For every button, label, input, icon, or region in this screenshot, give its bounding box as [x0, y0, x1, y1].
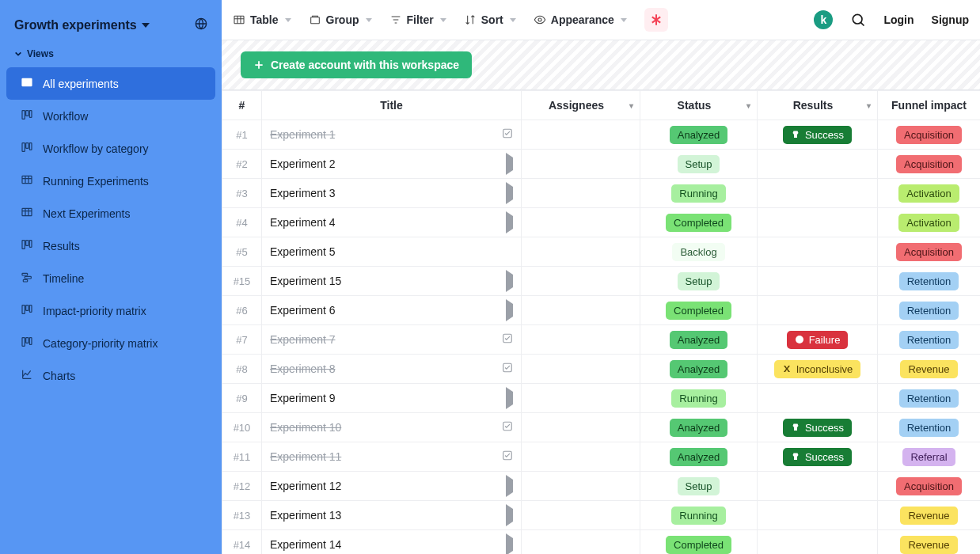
- row-assignees[interactable]: [522, 267, 640, 296]
- row-results-cell[interactable]: [758, 208, 878, 237]
- row-results-cell[interactable]: [758, 472, 878, 501]
- row-title-cell[interactable]: Experiment 1: [262, 120, 522, 150]
- table-view-button[interactable]: Table: [233, 13, 291, 26]
- row-assignees[interactable]: [522, 384, 640, 413]
- row-funnel-cell[interactable]: Referral: [878, 442, 981, 472]
- table-row[interactable]: #9Experiment 9RunningRetention: [222, 384, 981, 413]
- row-status-cell[interactable]: Setup: [640, 267, 758, 296]
- table-container[interactable]: # Title Assignees▾ Status▾ Results▾ Funn…: [222, 90, 980, 554]
- alert-button[interactable]: [644, 8, 668, 32]
- workspace-switcher[interactable]: Growth experiments: [14, 18, 150, 32]
- row-status-cell[interactable]: Setup: [640, 150, 758, 179]
- row-assignees[interactable]: [522, 325, 640, 355]
- play-icon[interactable]: [506, 216, 513, 229]
- row-title-cell[interactable]: Experiment 7: [262, 325, 522, 355]
- row-assignees[interactable]: [522, 296, 640, 325]
- row-assignees[interactable]: [522, 501, 640, 530]
- row-title-cell[interactable]: Experiment 3: [262, 179, 522, 208]
- row-funnel-cell[interactable]: Revenue: [878, 530, 981, 555]
- sort-button[interactable]: Sort: [464, 13, 516, 26]
- table-row[interactable]: #8Experiment 8AnalyzedInconclusiveRevenu…: [222, 355, 981, 384]
- row-funnel-cell[interactable]: Activation: [878, 208, 981, 237]
- row-results-cell[interactable]: [758, 150, 878, 179]
- row-funnel-cell[interactable]: Retention: [878, 296, 981, 325]
- row-assignees[interactable]: [522, 530, 640, 555]
- table-row[interactable]: #5Experiment 5BacklogAcquisition: [222, 237, 981, 267]
- row-funnel-cell[interactable]: Revenue: [878, 501, 981, 530]
- sidebar-item-results[interactable]: Results: [6, 230, 215, 262]
- sidebar-item-impact-priority-matrix[interactable]: Impact-priority matrix: [6, 294, 215, 327]
- row-status-cell[interactable]: Completed: [640, 208, 758, 237]
- row-assignees[interactable]: [522, 120, 640, 150]
- table-row[interactable]: #10Experiment 10AnalyzedSuccessRetention: [222, 413, 981, 442]
- row-title-cell[interactable]: Experiment 10: [262, 413, 522, 442]
- row-title-cell[interactable]: Experiment 13: [262, 501, 522, 530]
- row-assignees[interactable]: [522, 442, 640, 472]
- play-icon[interactable]: [506, 187, 513, 199]
- row-status-cell[interactable]: Analyzed: [640, 355, 758, 384]
- row-funnel-cell[interactable]: Retention: [878, 384, 981, 413]
- checkbox-icon[interactable]: [502, 362, 513, 376]
- row-title-cell[interactable]: Experiment 4: [262, 208, 522, 237]
- play-icon[interactable]: [506, 275, 513, 287]
- row-status-cell[interactable]: Completed: [640, 296, 758, 325]
- row-assignees[interactable]: [522, 355, 640, 384]
- row-status-cell[interactable]: Running: [640, 384, 758, 413]
- row-status-cell[interactable]: Analyzed: [640, 413, 758, 442]
- row-funnel-cell[interactable]: Revenue: [878, 355, 981, 384]
- row-results-cell[interactable]: Success: [758, 120, 878, 150]
- table-row[interactable]: #2Experiment 2SetupAcquisition: [222, 150, 981, 179]
- col-header-results[interactable]: Results▾: [758, 91, 878, 120]
- table-row[interactable]: #12Experiment 12SetupAcquisition: [222, 472, 981, 501]
- row-results-cell[interactable]: [758, 384, 878, 413]
- checkbox-icon[interactable]: [502, 333, 513, 347]
- col-header-funnel[interactable]: Funnel impact: [878, 91, 981, 120]
- row-results-cell[interactable]: Inconclusive: [758, 355, 878, 384]
- sidebar-item-running-experiments[interactable]: Running Experiments: [6, 165, 215, 197]
- row-results-cell[interactable]: [758, 501, 878, 530]
- row-funnel-cell[interactable]: Retention: [878, 267, 981, 296]
- sidebar-item-timeline[interactable]: Timeline: [6, 262, 215, 294]
- row-results-cell[interactable]: Success: [758, 413, 878, 442]
- table-row[interactable]: #7Experiment 7AnalyzedFailureRetention: [222, 325, 981, 355]
- play-icon[interactable]: [506, 304, 513, 317]
- globe-icon[interactable]: [195, 17, 207, 32]
- row-status-cell[interactable]: Analyzed: [640, 442, 758, 472]
- login-link[interactable]: Login: [883, 13, 914, 26]
- search-button[interactable]: [850, 12, 866, 28]
- table-row[interactable]: #4Experiment 4CompletedActivation: [222, 208, 981, 237]
- row-status-cell[interactable]: Running: [640, 179, 758, 208]
- play-icon[interactable]: [506, 392, 513, 404]
- row-funnel-cell[interactable]: Activation: [878, 179, 981, 208]
- row-status-cell[interactable]: Running: [640, 501, 758, 530]
- play-icon[interactable]: [506, 157, 513, 170]
- row-results-cell[interactable]: [758, 296, 878, 325]
- sidebar-item-workflow[interactable]: Workflow: [6, 100, 215, 132]
- row-results-cell[interactable]: [758, 237, 878, 267]
- row-title-cell[interactable]: Experiment 15: [262, 267, 522, 296]
- row-results-cell[interactable]: [758, 530, 878, 555]
- row-status-cell[interactable]: Backlog: [640, 237, 758, 267]
- row-funnel-cell[interactable]: Acquisition: [878, 150, 981, 179]
- table-row[interactable]: #13Experiment 13RunningRevenue: [222, 501, 981, 530]
- table-row[interactable]: #3Experiment 3RunningActivation: [222, 179, 981, 208]
- row-results-cell[interactable]: [758, 267, 878, 296]
- table-row[interactable]: #14Experiment 14CompletedRevenue: [222, 530, 981, 555]
- row-title-cell[interactable]: Experiment 8: [262, 355, 522, 384]
- row-funnel-cell[interactable]: Acquisition: [878, 237, 981, 267]
- row-funnel-cell[interactable]: Acquisition: [878, 120, 981, 150]
- row-status-cell[interactable]: Analyzed: [640, 325, 758, 355]
- row-status-cell[interactable]: Setup: [640, 472, 758, 501]
- row-status-cell[interactable]: Analyzed: [640, 120, 758, 150]
- create-account-button[interactable]: Create account with this workspace: [241, 51, 472, 78]
- row-results-cell[interactable]: [758, 179, 878, 208]
- row-assignees[interactable]: [522, 179, 640, 208]
- row-title-cell[interactable]: Experiment 5: [262, 237, 522, 267]
- checkbox-icon[interactable]: [502, 450, 513, 464]
- views-section-header[interactable]: Views: [0, 44, 222, 67]
- row-assignees[interactable]: [522, 208, 640, 237]
- row-title-cell[interactable]: Experiment 2: [262, 150, 522, 179]
- table-row[interactable]: #11Experiment 11AnalyzedSuccessReferral: [222, 442, 981, 472]
- row-assignees[interactable]: [522, 413, 640, 442]
- play-icon[interactable]: [506, 509, 513, 522]
